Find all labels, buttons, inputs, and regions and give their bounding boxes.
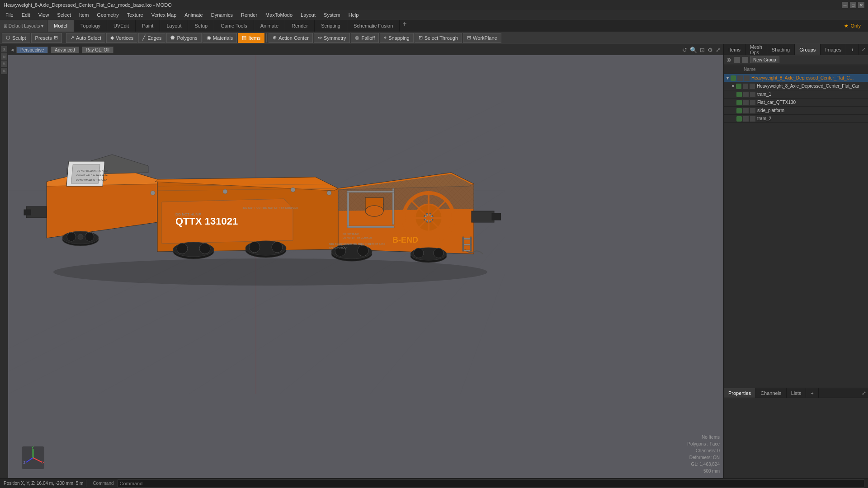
minimize-button[interactable]: ─: [842, 2, 848, 8]
tab-game-tools[interactable]: Game Tools: [214, 20, 254, 32]
menu-geometry[interactable]: Geometry: [93, 11, 122, 19]
menu-file[interactable]: File: [2, 11, 17, 19]
child1-ctrl-1[interactable]: [743, 84, 748, 89]
root-eye[interactable]: [731, 75, 736, 81]
edges-button[interactable]: ╱ Edges: [138, 33, 165, 43]
snapping-button[interactable]: ⌖ Snapping: [380, 33, 414, 43]
rp-tab-shading[interactable]: Shading: [767, 44, 795, 55]
viewport-collapse-icon[interactable]: ◂: [11, 47, 14, 53]
falloff-button[interactable]: ◎ Falloff: [351, 33, 379, 43]
menu-dynamics[interactable]: Dynamics: [208, 11, 236, 19]
viewport-icon-expand[interactable]: ⤢: [716, 47, 721, 53]
viewport-icon-rotate[interactable]: ↺: [682, 47, 687, 53]
group-item-side-platform[interactable]: side_platform: [724, 107, 868, 115]
rpb-tab-add[interactable]: +: [806, 388, 818, 398]
tab-render[interactable]: Render: [285, 20, 315, 32]
advanced-button[interactable]: Advanced: [51, 47, 79, 53]
tram1-ctrl-2[interactable]: [750, 92, 755, 97]
close-button[interactable]: ✕: [858, 2, 864, 8]
root-collapse-icon[interactable]: ▼: [726, 76, 730, 80]
sidebar-icon-3[interactable]: F: [1, 61, 7, 67]
menu-view[interactable]: View: [35, 11, 53, 19]
viewport-icon-search[interactable]: 🔍: [690, 47, 697, 53]
rp-tab-images[interactable]: Images: [821, 44, 846, 55]
ray-gl-button[interactable]: Ray GL: Off: [82, 47, 114, 53]
menu-help[interactable]: Help: [345, 11, 363, 19]
viewport-icon-frame[interactable]: ⊡: [700, 47, 705, 53]
tram2-ctrl-1[interactable]: [743, 116, 749, 122]
command-input[interactable]: [118, 479, 864, 488]
child1-eye[interactable]: [736, 84, 741, 89]
child1-ctrl-2[interactable]: [750, 84, 755, 89]
action-center-button[interactable]: ⊕ Action Center: [269, 33, 313, 43]
sideplatform-ctrl-1[interactable]: [743, 108, 749, 113]
group-item-child1[interactable]: ▼ Heavyweight_8_Axle_Depressed_Center_Fl…: [724, 82, 868, 90]
menu-layout[interactable]: Layout: [297, 11, 319, 19]
layout-selector[interactable]: ⊞ Default Layouts ▾: [0, 20, 47, 32]
window-controls[interactable]: ─ □ ✕: [842, 2, 864, 8]
rpb-tab-channels[interactable]: Channels: [756, 388, 786, 398]
items-button[interactable]: ▤ Items: [238, 33, 264, 43]
rpb-tab-lists[interactable]: Lists: [787, 388, 807, 398]
groups-render-icon[interactable]: [742, 57, 748, 63]
sculpt-button[interactable]: ⬡ Sculpt: [2, 33, 30, 43]
menu-maxtomodo[interactable]: MaxToModo: [262, 11, 296, 19]
root-ctrl-2[interactable]: [744, 75, 750, 81]
symmetry-button[interactable]: ⇔ Symmetry: [314, 33, 350, 43]
sidebar-icon-1[interactable]: M: [1, 46, 7, 52]
maximize-button[interactable]: □: [850, 2, 856, 8]
sideplatform-eye[interactable]: [736, 108, 742, 113]
viewport-render-area[interactable]: DO NOT WELD IN THIS AREA DO NOT WELD IN …: [8, 55, 723, 478]
groups-lock-icon[interactable]: [734, 57, 740, 63]
select-through-button[interactable]: ⊡ Select Through: [415, 33, 462, 43]
perspective-button[interactable]: Perspective: [16, 47, 48, 53]
sideplatform-ctrl-2[interactable]: [750, 108, 755, 113]
new-group-button[interactable]: New Group: [750, 56, 779, 63]
tram1-eye[interactable]: [736, 92, 742, 97]
tab-schematic-fusion[interactable]: Schematic Fusion: [347, 20, 400, 32]
workplane-button[interactable]: ⊞ WorkPlane: [463, 33, 501, 43]
flatcar-eye[interactable]: [736, 100, 742, 105]
tab-model[interactable]: Model: [47, 20, 74, 32]
presets-button[interactable]: Presets ⊞: [31, 33, 62, 43]
tab-add-button[interactable]: +: [400, 20, 409, 32]
flatcar-ctrl-1[interactable]: [743, 100, 749, 105]
group-item-root[interactable]: ▼ Heavyweight_8_Axle_Depressed_Center_Fl…: [724, 74, 868, 82]
auto-select-button[interactable]: ↗ Auto Select: [66, 33, 105, 43]
tab-paint[interactable]: Paint: [136, 20, 160, 32]
rpb-expand-icon[interactable]: ⤢: [862, 390, 866, 396]
group-item-tram2[interactable]: tram_2: [724, 115, 868, 123]
group-item-tram1[interactable]: tram_1: [724, 90, 868, 99]
rp-tab-groups[interactable]: Groups: [795, 44, 821, 55]
menu-render[interactable]: Render: [237, 11, 261, 19]
viewport-icon-gear[interactable]: ⚙: [708, 47, 713, 53]
tab-topology[interactable]: Topology: [74, 20, 107, 32]
sidebar-icon-4[interactable]: F: [1, 68, 7, 74]
rpb-tab-properties[interactable]: Properties: [724, 388, 756, 398]
rp-collapse-icon[interactable]: ⤢: [862, 47, 866, 52]
tram1-ctrl-1[interactable]: [743, 92, 749, 97]
groups-eye-icon[interactable]: [726, 57, 732, 63]
tram2-eye[interactable]: [736, 116, 742, 122]
polygons-button[interactable]: ⬟ Polygons: [166, 33, 201, 43]
group-item-flatcar[interactable]: Flat_car_QTTX130: [724, 99, 868, 107]
menu-vertex-map[interactable]: Vertex Map: [148, 11, 180, 19]
flatcar-ctrl-2[interactable]: [750, 100, 755, 105]
rp-tab-add[interactable]: +: [846, 44, 859, 55]
tab-scripting[interactable]: Scripting: [315, 20, 347, 32]
tab-animate[interactable]: Animate: [254, 20, 285, 32]
tab-setup[interactable]: Setup: [188, 20, 214, 32]
menu-animate[interactable]: Animate: [181, 11, 206, 19]
menu-select[interactable]: Select: [53, 11, 75, 19]
menu-system[interactable]: System: [320, 11, 344, 19]
tram2-ctrl-2[interactable]: [750, 116, 755, 122]
materials-button[interactable]: ◉ Materials: [203, 33, 237, 43]
menu-texture[interactable]: Texture: [123, 11, 147, 19]
tab-uvedit[interactable]: UVEdit: [107, 20, 136, 32]
child1-collapse-icon[interactable]: ▼: [731, 84, 735, 89]
rp-tab-mesh-ops[interactable]: Mesh Ops: [745, 44, 767, 55]
viewport-3d[interactable]: ◂ Perspective Advanced Ray GL: Off ↺ 🔍 ⊡…: [8, 44, 723, 478]
tab-layout[interactable]: Layout: [160, 20, 188, 32]
vertices-button[interactable]: ◆ Vertices: [106, 33, 137, 43]
menu-edit[interactable]: Edit: [18, 11, 34, 19]
